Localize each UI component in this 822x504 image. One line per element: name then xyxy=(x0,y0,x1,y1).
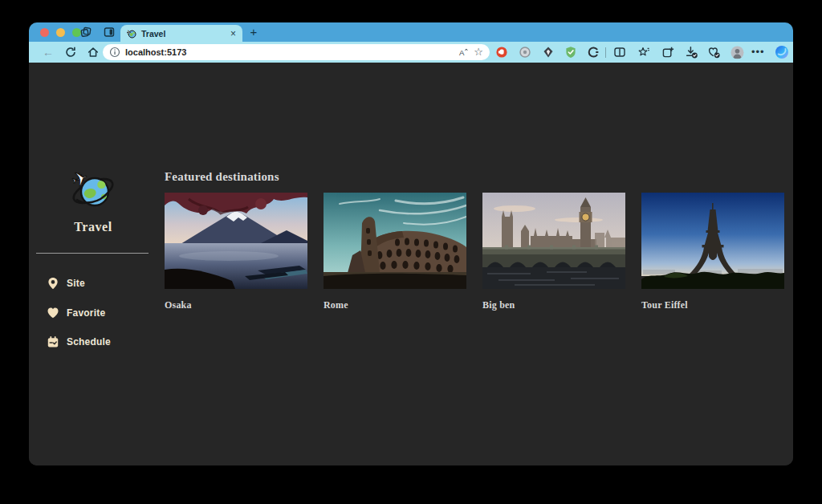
tab-strip: ✈ Travel × + xyxy=(29,22,793,42)
copilot-icon[interactable] xyxy=(775,45,789,59)
collections-icon[interactable] xyxy=(661,46,674,59)
destination-image-tour-eiffel xyxy=(641,193,784,289)
sparkle-star-icon[interactable] xyxy=(637,46,650,59)
url-text: localhost:5173 xyxy=(125,47,453,57)
green-shield-extension-icon[interactable] xyxy=(564,46,577,59)
calendar-check-icon xyxy=(47,335,59,348)
app-title: Travel xyxy=(29,220,157,234)
toolbar-divider xyxy=(605,47,606,58)
destination-card-tour-eiffel[interactable]: Tour Eiffel xyxy=(641,193,784,311)
tab-title: Travel xyxy=(141,29,226,39)
destination-name: Tour Eiffel xyxy=(641,299,784,311)
more-menu-button[interactable]: ••• xyxy=(751,46,769,59)
sidebar-item-site[interactable]: Site xyxy=(47,276,151,291)
sidebar-item-label: Schedule xyxy=(67,336,111,348)
screenshot-stage: ✈ Travel × + ← xyxy=(0,0,822,504)
destination-card-osaka[interactable]: Osaka xyxy=(165,193,307,311)
sidebar-item-schedule[interactable]: Schedule xyxy=(47,335,151,349)
svg-text:✈: ✈ xyxy=(127,29,132,35)
read-aloud-icon[interactable]: A xyxy=(458,47,469,58)
destination-name: Big ben xyxy=(482,299,625,311)
address-bar[interactable]: localhost:5173 A ☆ xyxy=(103,44,490,60)
tab-actions-icon[interactable] xyxy=(103,26,116,39)
workspaces-icon[interactable] xyxy=(79,26,92,39)
heart-icon xyxy=(47,307,59,319)
kite-extension-icon[interactable] xyxy=(542,46,555,59)
destination-card-big-ben[interactable]: Big ben xyxy=(482,193,625,311)
site-info-icon[interactable] xyxy=(109,47,120,58)
sidebar-item-label: Favorite xyxy=(67,307,105,319)
sidebar-item-favorite[interactable]: Favorite xyxy=(47,306,151,320)
sidebar-item-label: Site xyxy=(67,278,85,289)
gray-circle-extension-icon[interactable] xyxy=(519,46,531,59)
close-tab-icon[interactable]: × xyxy=(230,29,236,39)
minimize-window-button[interactable] xyxy=(56,28,65,37)
featured-destinations-heading: Featured destinations xyxy=(165,170,279,184)
destination-name: Osaka xyxy=(165,299,307,311)
browser-window: ✈ Travel × + ← xyxy=(29,22,793,465)
refresh-button[interactable] xyxy=(64,46,77,59)
close-window-button[interactable] xyxy=(40,28,49,37)
downloads-icon[interactable] xyxy=(685,46,698,59)
back-button[interactable]: ← xyxy=(42,46,55,59)
tab-travel[interactable]: ✈ Travel × xyxy=(120,25,242,42)
traffic-lights xyxy=(40,28,81,37)
new-tab-button[interactable]: + xyxy=(246,24,262,40)
location-pin-icon xyxy=(47,277,59,290)
navigation-toolbar: ← localhost:5173 A ☆ xyxy=(29,42,793,63)
travel-logo-globe-plane-icon: ✈ xyxy=(71,167,116,212)
favorite-star-icon[interactable]: ☆ xyxy=(474,47,483,58)
home-button[interactable] xyxy=(87,46,100,59)
c-ring-extension-icon[interactable] xyxy=(587,46,600,59)
destination-card-rome[interactable]: Rome xyxy=(324,193,466,311)
destination-name: Rome xyxy=(324,299,466,311)
destination-image-big-ben xyxy=(482,193,625,289)
tab-favicon-globe-plane: ✈ xyxy=(127,29,136,39)
red-extension-icon[interactable] xyxy=(495,46,508,59)
profile-avatar[interactable] xyxy=(730,46,744,59)
sidebar-divider xyxy=(36,253,149,254)
browser-essentials-icon[interactable] xyxy=(707,46,720,59)
destination-image-osaka xyxy=(165,193,307,289)
destination-image-rome xyxy=(324,193,466,289)
split-screen-icon[interactable] xyxy=(613,46,626,59)
svg-text:A: A xyxy=(459,48,465,57)
travel-app-page: ✈ Travel Site Favorite xyxy=(29,63,793,465)
